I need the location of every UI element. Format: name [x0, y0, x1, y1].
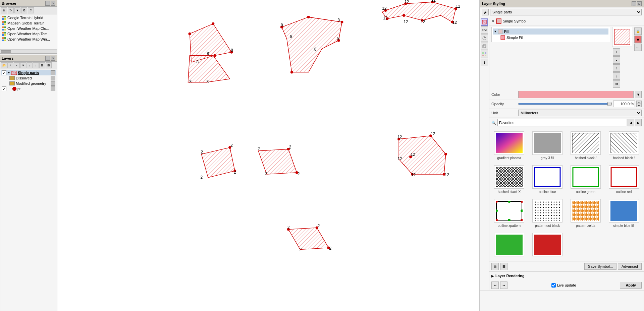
- live-update-checkbox[interactable]: [551, 283, 556, 288]
- expand-single-parts[interactable]: ▼: [7, 71, 10, 74]
- search-input[interactable]: [497, 119, 626, 126]
- opacity-spin-down[interactable]: ▼: [636, 104, 642, 107]
- opacity-input[interactable]: 100.0 %: [613, 101, 635, 107]
- browser-settings-btn[interactable]: ⚙: [21, 7, 27, 13]
- main-canvas[interactable]: 12 12 12 12 12 12 12 12 8 8 8 8 8 8 8 8 …: [57, 0, 480, 311]
- layer-options-single-parts[interactable]: ⋯: [51, 70, 55, 75]
- symbol-row-simple-fill[interactable]: Simple Fill: [500, 35, 608, 41]
- layers-remove-btn[interactable]: -: [14, 62, 20, 68]
- layer-check-pt[interactable]: [2, 86, 6, 91]
- style-symbology-btn[interactable]: [481, 18, 488, 26]
- symbol-cell-hashed-x[interactable]: hashed black X: [491, 164, 527, 195]
- style-metadata-btn[interactable]: ℹ: [481, 59, 488, 66]
- symbol-cell-outline-xpattern[interactable]: outline xpattern: [491, 198, 527, 229]
- symbol-copy-btn[interactable]: ⧉: [613, 80, 620, 88]
- apply-btn[interactable]: Apply: [620, 282, 642, 289]
- layers-collapse-btn[interactable]: ⊟: [46, 62, 52, 68]
- layers-move-down-btn[interactable]: ↓: [33, 62, 39, 68]
- layer-single-parts[interactable]: ▼ Single parts ⋯: [1, 70, 56, 75]
- symbol-cell-hashed-back[interactable]: hashed black !: [606, 130, 642, 161]
- symbol-lock-btn[interactable]: 🔒: [634, 27, 642, 35]
- opacity-slider-thumb[interactable]: [607, 102, 611, 106]
- symbol-type-row: ▼ Single Symbol: [489, 17, 644, 25]
- symbol-cell-outline-blue[interactable]: outline blue: [530, 164, 565, 195]
- layer-selector-dropdown[interactable]: Single parts: [490, 9, 642, 15]
- symbol-cell-pattern-zelda[interactable]: pattern zelda: [568, 198, 603, 229]
- save-symbol-btn[interactable]: Save Symbol...: [584, 263, 616, 270]
- symbol-cell-hashed-fwd[interactable]: hashed black /: [568, 130, 603, 161]
- style-labels-btn[interactable]: abc: [481, 26, 488, 34]
- symbol-options-btn[interactable]: ⋯: [634, 44, 642, 51]
- browser-item-mapzen[interactable]: Mapzen Global Terrain: [1, 20, 56, 26]
- redo-btn[interactable]: ↪: [500, 282, 507, 289]
- symbol-down-btn[interactable]: ↓: [613, 72, 620, 80]
- symbol-row-fill[interactable]: ▼ Fill: [493, 28, 608, 35]
- style-list-view-btn[interactable]: ☰: [500, 263, 507, 270]
- svg-rect-61: [534, 201, 561, 221]
- layers-open-btn[interactable]: 📂: [1, 62, 7, 68]
- label-top-8: 12: [452, 20, 457, 25]
- browser-close-btn[interactable]: ✕: [51, 1, 55, 6]
- layer-check-single-parts[interactable]: [2, 70, 6, 75]
- paint-brush-icon[interactable]: 🖌: [482, 9, 489, 15]
- browser-filter-btn[interactable]: ▼: [14, 7, 20, 13]
- layers-move-up-btn[interactable]: ↑: [26, 62, 33, 68]
- undo-btn[interactable]: ↩: [491, 282, 499, 289]
- nav-forward-btn[interactable]: ▶: [635, 119, 642, 126]
- layers-filter-btn[interactable]: ▼: [20, 62, 26, 68]
- symbol-grid-container[interactable]: gradient plasma gray 3 fill: [489, 128, 644, 261]
- browser-minimize-btn[interactable]: _: [45, 1, 50, 6]
- symbol-cell-red-fill[interactable]: [530, 232, 565, 259]
- layers-close-btn[interactable]: ✕: [51, 56, 55, 61]
- symbol-cell-outline-green[interactable]: outline green: [568, 164, 603, 195]
- color-dropdown-btn[interactable]: ▼: [635, 91, 642, 98]
- layer-rendering-header[interactable]: ▶ Layer Rendering: [491, 273, 642, 278]
- symbol-cell-outline-red[interactable]: outline red: [606, 164, 642, 195]
- browser-help-btn[interactable]: ?: [28, 7, 34, 13]
- symbol-cell-gradient-plasma[interactable]: gradient plasma: [491, 130, 527, 161]
- color-picker-btn[interactable]: [518, 91, 634, 98]
- layer-options-dissolved[interactable]: ⋯: [51, 76, 55, 80]
- browser-scrollbar-h[interactable]: [0, 49, 57, 53]
- symbol-up-btn[interactable]: ↑: [613, 64, 620, 72]
- browser-item-weather-cloud[interactable]: Open Weather Map Clo...: [1, 26, 56, 31]
- layers-title: Layers: [2, 56, 13, 60]
- browser-item-google-terrain[interactable]: Google Terrain Hybrid: [1, 15, 56, 20]
- browser-refresh-btn[interactable]: ↻: [8, 7, 14, 13]
- browser-item-weather-wind[interactable]: Open Weather Map Win...: [1, 37, 56, 42]
- symbol-add-btn[interactable]: +: [613, 48, 620, 56]
- symbol-color-btn[interactable]: ■: [634, 36, 642, 43]
- layers-add-btn[interactable]: +: [7, 62, 13, 68]
- advanced-btn[interactable]: Advanced: [618, 263, 642, 270]
- layers-expand-btn[interactable]: ⊞: [39, 62, 45, 68]
- svg-rect-39: [496, 133, 523, 153]
- symbol-cell-gray3[interactable]: gray 3 fill: [530, 130, 565, 161]
- layers-list: ▼ Single parts ⋯ Dissolved ⋯ Modified ge…: [0, 69, 57, 311]
- layer-modified-geometry[interactable]: Modified geometry ⋯: [8, 81, 56, 86]
- layer-dissolved[interactable]: Dissolved ⋯: [8, 75, 56, 81]
- symbol-name-outline-xpattern: outline xpattern: [498, 224, 521, 228]
- layer-options-pt[interactable]: ⋯: [51, 86, 55, 91]
- nav-back-btn[interactable]: ◀: [628, 119, 634, 126]
- symbol-cell-green-fill[interactable]: [491, 232, 527, 259]
- browser-add-btn[interactable]: ⊕: [1, 7, 7, 13]
- opacity-slider[interactable]: [518, 103, 612, 105]
- style-3d-btn[interactable]: [481, 43, 488, 50]
- layer-pt[interactable]: pt ⋯: [1, 86, 56, 91]
- symbol-tree: ▼ Fill Simple Fill: [491, 27, 610, 42]
- layer-options-modified[interactable]: ⋯: [51, 81, 55, 86]
- browser-scrollbar-thumb[interactable]: [1, 50, 11, 53]
- unit-dropdown[interactable]: Millimeters: [518, 110, 642, 116]
- style-rendering-btn[interactable]: [481, 51, 488, 58]
- style-diagrams-btn[interactable]: [481, 35, 488, 42]
- styling-minimize-btn[interactable]: _: [632, 1, 636, 6]
- style-grid-view-btn[interactable]: ⊞: [491, 263, 499, 270]
- symbol-cell-simple-blue[interactable]: simple blue fill: [606, 198, 642, 229]
- symbol-cell-pattern-dot[interactable]: pattern dot black: [530, 198, 565, 229]
- symbol-name-gradient-plasma: gradient plasma: [497, 156, 521, 160]
- browser-item-weather-temp[interactable]: Open Weather Map Tem...: [1, 31, 56, 37]
- symbol-remove-btn[interactable]: -: [613, 56, 620, 64]
- layers-minimize-btn[interactable]: _: [45, 56, 50, 61]
- opacity-spin-up[interactable]: ▲: [636, 101, 642, 104]
- styling-float-btn[interactable]: ⊡: [637, 1, 642, 6]
